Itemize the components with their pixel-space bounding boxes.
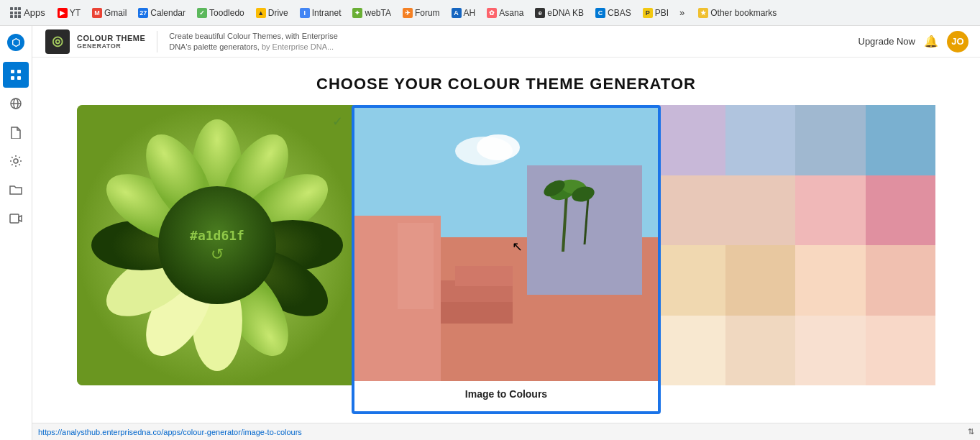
bookmark-gmail[interactable]: M Gmail	[88, 6, 130, 19]
cal-label: Calendar	[150, 8, 186, 18]
bookmark-drive[interactable]: ▲ Drive	[252, 6, 292, 19]
apps-grid-icon	[10, 7, 21, 18]
browser-bookmarks-bar: Apps ▶ YT M Gmail 27 Calendar ✓ Toodledo…	[0, 0, 980, 26]
svg-rect-10	[10, 214, 19, 223]
forum-favicon: ✈	[403, 8, 413, 18]
main-content: ◎ COLOUR THEME GENERATOR Create beautifu…	[32, 26, 980, 440]
app-name: COLOUR THEME	[77, 34, 145, 42]
svg-rect-46	[398, 223, 434, 309]
svg-text:◎: ◎	[52, 34, 63, 48]
card-image-to-colours[interactable]: ↖ Image to Colours	[352, 105, 661, 414]
bookmark-cbas[interactable]: C CBAS	[592, 6, 635, 19]
apps-button[interactable]: Apps	[6, 4, 50, 21]
webta-label: webTA	[365, 8, 390, 18]
toodledo-label: Toodledo	[209, 8, 244, 18]
palette-cell	[795, 245, 866, 316]
card-colours-palette[interactable]: Colours Palette	[655, 105, 935, 385]
palette-cell	[655, 175, 725, 246]
bookmark-calendar[interactable]: 27 Calendar	[134, 6, 189, 19]
cbas-favicon: C	[595, 8, 605, 18]
notification-bell-icon[interactable]: 🔔	[924, 35, 938, 48]
svg-rect-3	[17, 70, 21, 73]
upgrade-button[interactable]: Upgrade Now	[858, 36, 916, 47]
ah-label: AH	[464, 8, 476, 18]
palette-grid	[655, 105, 935, 385]
pbi-label: PBI	[655, 8, 669, 18]
sidebar-item-video[interactable]	[3, 206, 29, 232]
header-divider	[157, 31, 157, 52]
logo-area: ◎ COLOUR THEME GENERATOR Create beautifu…	[44, 28, 342, 55]
palette-cell	[866, 175, 936, 246]
bookmark-yt[interactable]: ▶ YT	[54, 6, 84, 19]
bookmark-pbi[interactable]: P PBI	[639, 6, 672, 19]
card-image-label: Image to Colours	[354, 381, 658, 407]
app-layout: ⬡ ◎	[0, 26, 980, 440]
forum-label: Forum	[415, 8, 440, 18]
yt-favicon: ▶	[58, 8, 68, 18]
gmail-favicon: M	[92, 8, 102, 18]
svg-point-9	[14, 159, 18, 163]
checkmark-icon: ✓	[332, 114, 343, 129]
sidebar-item-folder[interactable]	[3, 177, 29, 203]
edna-label: eDNA KB	[547, 8, 584, 18]
palette-cell	[725, 105, 796, 175]
yt-label: YT	[70, 8, 81, 18]
asana-favicon: ✿	[487, 8, 497, 18]
bookmark-forum[interactable]: ✈ Forum	[399, 6, 444, 19]
bookmark-toodledo[interactable]: ✓ Toodledo	[193, 6, 248, 19]
pbi-favicon: P	[643, 8, 653, 18]
svg-point-33	[477, 134, 520, 160]
apps-label: Apps	[24, 7, 45, 18]
toodledo-favicon: ✓	[197, 8, 207, 18]
zoom-icon[interactable]: ⇅	[968, 427, 974, 436]
sidebar-item-settings[interactable]	[3, 148, 29, 174]
palette-cell	[795, 105, 866, 175]
palette-cell	[655, 245, 725, 316]
svg-rect-5	[17, 76, 21, 80]
bookmark-edna[interactable]: e eDNA KB	[531, 6, 587, 19]
app-logo: ◎	[44, 28, 71, 55]
drive-label: Drive	[268, 8, 288, 18]
sidebar: ⬡	[0, 26, 32, 440]
svg-marker-11	[19, 216, 22, 221]
cbas-label: CBAS	[608, 8, 631, 18]
svg-text:⬡: ⬡	[12, 37, 20, 48]
other-favicon: ★	[698, 8, 708, 18]
other-bookmarks[interactable]: ★ Other bookmarks	[695, 6, 780, 19]
palette-cell	[655, 105, 725, 175]
palette-cell	[866, 245, 936, 316]
palette-cell	[725, 245, 796, 316]
sidebar-item-file[interactable]	[3, 119, 29, 145]
flower-svg: #a1d61f ↺	[77, 105, 357, 385]
bookmark-intranet[interactable]: I Intranet	[296, 6, 345, 19]
cal-favicon: 27	[138, 8, 148, 18]
palette-cell	[866, 105, 936, 175]
palette-cell	[795, 316, 866, 386]
bookmark-webta[interactable]: ✦ webTA	[349, 6, 394, 19]
user-avatar[interactable]: JO	[947, 31, 968, 52]
gmail-label: Gmail	[104, 8, 127, 18]
status-url: https://analysthub.enterprisedna.co/apps…	[38, 428, 302, 436]
edna-favicon: e	[535, 8, 545, 18]
ah-favicon: A	[452, 8, 462, 18]
bookmark-asana[interactable]: ✿ Asana	[483, 6, 527, 19]
sidebar-item-globe[interactable]	[3, 91, 29, 116]
webta-favicon: ✦	[352, 8, 362, 18]
card-green-flower[interactable]: #a1d61f ↺ ✓	[77, 105, 357, 385]
header-right: Upgrade Now 🔔 JO	[858, 31, 969, 52]
more-bookmarks-button[interactable]: »	[677, 6, 687, 19]
app-name-sub: GENERATOR	[77, 42, 145, 50]
bookmark-ah[interactable]: A AH	[448, 6, 480, 19]
sidebar-item-active[interactable]	[3, 62, 29, 88]
top-header: ◎ COLOUR THEME GENERATOR Create beautifu…	[32, 26, 980, 58]
page-body: CHOOSE YOUR COLOUR THEME GENERATOR	[32, 58, 980, 423]
palette-cell	[725, 175, 796, 246]
status-right: ⇅	[968, 427, 974, 436]
palette-cell	[655, 316, 725, 386]
intranet-label: Intranet	[312, 8, 342, 18]
card-image-area: ↖	[354, 108, 658, 381]
svg-rect-4	[11, 76, 14, 80]
svg-text:↺: ↺	[211, 245, 224, 263]
svg-text:#a1d61f: #a1d61f	[190, 228, 244, 243]
page-title: CHOOSE YOUR COLOUR THEME GENERATOR	[32, 58, 980, 105]
